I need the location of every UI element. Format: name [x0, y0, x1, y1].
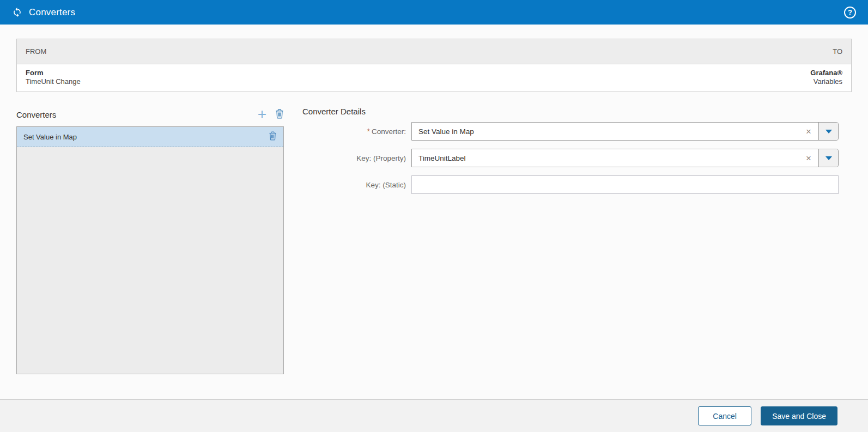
- clear-icon[interactable]: ×: [799, 123, 818, 140]
- converter-details-panel: Converter Details *Converter: × Key: (Pr…: [302, 107, 852, 202]
- from-type: Form: [26, 69, 81, 77]
- chevron-down-icon[interactable]: [818, 149, 838, 167]
- delete-item-button[interactable]: [269, 131, 277, 142]
- from-name: TimeUnit Change: [26, 77, 81, 86]
- panels: Converters + Set Value in Map: [16, 107, 852, 374]
- list-item-set-value-in-map[interactable]: Set Value in Map: [17, 127, 283, 147]
- required-asterisk: *: [367, 127, 370, 136]
- to-column-header: TO: [833, 47, 842, 56]
- converter-field-row: *Converter: ×: [302, 122, 839, 141]
- converters-panel: Converters + Set Value in Map: [16, 107, 284, 374]
- converters-panel-header: Converters +: [16, 107, 284, 122]
- converters-list: Set Value in Map: [16, 126, 284, 374]
- converter-combobox: ×: [411, 122, 839, 141]
- key-property-input[interactable]: [412, 149, 799, 167]
- converter-input[interactable]: [412, 123, 799, 140]
- from-column-header: FROM: [26, 47, 46, 56]
- save-and-close-button[interactable]: Save and Close: [761, 406, 837, 425]
- mapping-row[interactable]: Form TimeUnit Change Grafana® Variables: [17, 64, 851, 92]
- key-static-field-row: Key: (Static): [302, 175, 839, 194]
- mapping-table-header: FROM TO: [17, 39, 851, 64]
- clear-icon[interactable]: ×: [799, 149, 818, 167]
- converter-details-title: Converter Details: [302, 107, 839, 122]
- mapping-table: FROM TO Form TimeUnit Change Grafana® Va…: [16, 39, 852, 92]
- mapping-to-cell: Grafana® Variables: [810, 69, 842, 86]
- to-name: Variables: [810, 77, 842, 86]
- cancel-button[interactable]: Cancel: [698, 406, 751, 425]
- sync-icon: [12, 7, 22, 17]
- delete-converter-button[interactable]: [275, 109, 284, 120]
- to-type: Grafana®: [810, 69, 842, 77]
- converter-field-label: *Converter:: [302, 127, 411, 136]
- dialog-title: Converters: [29, 7, 75, 18]
- trash-icon: [275, 109, 284, 120]
- converters-panel-title: Converters: [16, 110, 56, 119]
- main-content: FROM TO Form TimeUnit Change Grafana® Va…: [0, 25, 868, 399]
- key-property-field-row: Key: (Property) ×: [302, 149, 839, 167]
- add-converter-button[interactable]: +: [258, 108, 266, 120]
- dialog-footer: Cancel Save and Close: [0, 399, 868, 432]
- mapping-from-cell: Form TimeUnit Change: [26, 69, 81, 86]
- help-icon[interactable]: ?: [844, 7, 856, 19]
- key-property-combobox: ×: [411, 149, 839, 167]
- title-bar: Converters ?: [0, 0, 868, 25]
- key-property-field-label: Key: (Property): [302, 154, 411, 162]
- converters-dialog: Converters ? FROM TO Form TimeUnit Chang…: [0, 0, 868, 432]
- list-item-label: Set Value in Map: [23, 133, 77, 141]
- key-static-field-label: Key: (Static): [302, 181, 411, 189]
- trash-icon: [269, 131, 277, 142]
- chevron-down-icon[interactable]: [818, 123, 838, 140]
- key-static-input[interactable]: [411, 175, 839, 194]
